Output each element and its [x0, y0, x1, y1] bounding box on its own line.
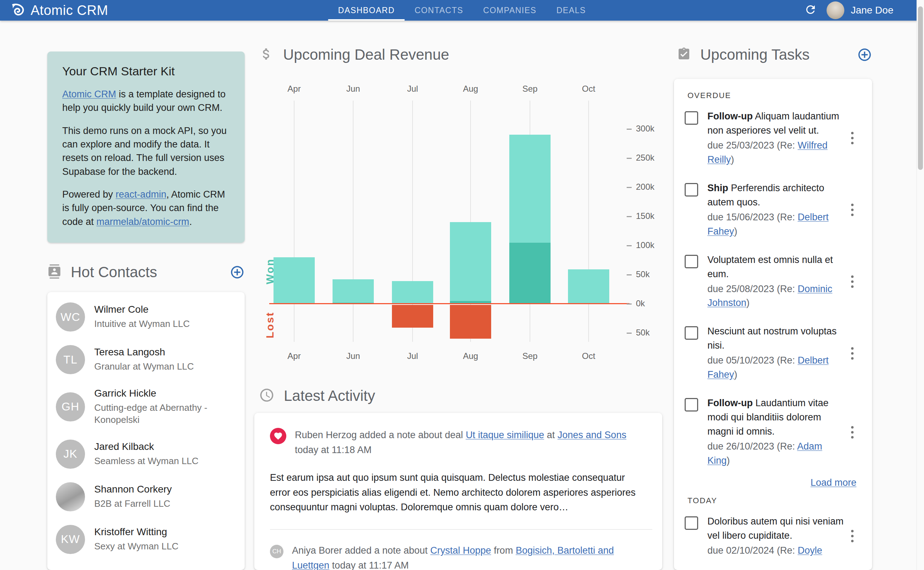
task-menu-button[interactable] — [847, 426, 858, 438]
x-axis-label-bottom: Aug — [449, 351, 492, 361]
load-more-link[interactable]: Load more — [810, 477, 856, 488]
task-desc: Doloribus autem qui nisi veniam vel libe… — [707, 516, 844, 541]
clock-icon — [259, 387, 275, 405]
tasks-header: Upcoming Tasks — [677, 46, 872, 63]
task-due-text: ) — [727, 455, 730, 466]
tab-contacts[interactable]: CONTACTS — [405, 0, 474, 21]
activity-header: Latest Activity — [259, 387, 375, 405]
task-item: Follow-up Aliquam laudantium non asperio… — [674, 102, 872, 174]
tab-dashboard[interactable]: DASHBOARD — [328, 0, 405, 21]
add-task-button[interactable] — [857, 47, 872, 62]
task-due-text: due 26/10/2023 (Re: — [707, 441, 797, 452]
contact-subtitle: Cutting-edge at Abernathy - Konopelski — [94, 402, 236, 426]
contact-link[interactable]: Crystal Hoppe — [430, 545, 491, 556]
contact-avatar-photo — [56, 482, 85, 511]
task-checkbox[interactable] — [685, 183, 698, 196]
contact-avatar: JK — [56, 440, 85, 469]
task-text: Follow-up Aliquam laudantium non asperio… — [707, 109, 847, 167]
y-axis-tick-label: 200k — [636, 182, 654, 192]
y-axis-tick-label: 50k — [636, 328, 650, 338]
marmelab-atomic-crm-link[interactable]: marmelab/atomic-crm — [96, 216, 189, 227]
task-menu-button[interactable] — [847, 276, 858, 288]
task-due-text: ) — [734, 369, 737, 380]
app-logo[interactable]: Atomic CRM — [11, 0, 108, 21]
task-checkbox[interactable] — [685, 516, 698, 530]
chart-gridline — [470, 101, 471, 342]
bar-won-expected-Sep — [509, 135, 550, 304]
starter-kit-title: Your CRM Starter Kit — [62, 64, 230, 78]
hot-contacts-header: Hot Contacts — [47, 264, 245, 281]
contact-avatar: KW — [56, 525, 85, 554]
scrollbar-thumb[interactable] — [918, 6, 923, 170]
tab-deals[interactable]: DEALS — [546, 0, 596, 21]
deal-link[interactable]: Ut itaque similique — [466, 430, 544, 440]
task-item: Follow-up Laudantium vitae modi qui blan… — [674, 389, 872, 475]
contact-subtitle: Seamless at Wyman LLC — [94, 455, 198, 467]
clipboard-check-icon — [677, 47, 691, 63]
tasks-card: OVERDUE Follow-up Aliquam laudantium non… — [674, 79, 872, 570]
x-axis-label-bottom: Apr — [273, 351, 315, 361]
crm-dashboard: Atomic CRM DASHBOARD CONTACTS COMPANIES … — [0, 0, 924, 570]
task-type: Follow-up — [707, 398, 753, 408]
task-type: Ship — [707, 183, 729, 193]
chart-gridline — [294, 101, 295, 342]
contact-name: Wilmer Cole — [94, 304, 190, 315]
atomic-crm-link[interactable]: Atomic CRM — [62, 89, 116, 100]
user-avatar — [827, 2, 844, 19]
task-desc: Nesciunt aut nostrum voluptas nisi. — [707, 326, 836, 351]
contact-list-item[interactable]: TL Teresa LangoshGranular at Wyman LLC — [47, 338, 245, 381]
task-item: Voluptatem est omnis nulla et eum.due 25… — [674, 246, 872, 318]
app-title: Atomic CRM — [31, 3, 108, 18]
starter-kit-paragraph-1: Atomic CRM is a template designed to hel… — [62, 87, 230, 115]
activity-note-body: Est earum ipsa aut quo ipsum sunt quia q… — [270, 470, 647, 515]
task-checkbox[interactable] — [685, 326, 698, 340]
chart-gridline — [530, 101, 530, 342]
task-due-text: ) — [731, 154, 734, 165]
contact-list-item[interactable]: JK Jared KilbackSeamless at Wyman LLC — [47, 433, 245, 475]
company-link[interactable]: Jones and Sons — [558, 430, 627, 440]
starter-kit-paragraph-2: This demo runs on a mock API, so you can… — [62, 124, 230, 178]
task-menu-button[interactable] — [847, 132, 858, 144]
contact-name: Teresa Langosh — [94, 346, 194, 358]
bar-won-confirmed-Sep — [509, 243, 550, 304]
hot-contacts-card: WC Wilmer ColeIntuitive at Wyman LLC TL … — [47, 292, 245, 570]
task-contact-link[interactable]: Doyle — [798, 545, 822, 556]
contact-list-item[interactable]: GH Garrick HickleCutting-edge at Abernat… — [47, 381, 245, 433]
scrollbar-track[interactable] — [916, 0, 924, 570]
bar-won-expected-Oct — [568, 270, 609, 304]
task-due: due 26/10/2023 (Re: Adam King) — [707, 440, 847, 468]
react-admin-link[interactable]: react-admin — [115, 189, 166, 200]
tab-companies[interactable]: COMPANIES — [474, 0, 547, 21]
task-menu-button[interactable] — [847, 347, 858, 360]
y-axis-tick — [627, 187, 632, 188]
contact-avatar: GH — [56, 392, 85, 421]
task-due-text: due 02/10/2024 (Re: — [707, 545, 798, 556]
task-checkbox[interactable] — [685, 255, 698, 268]
y-axis-tick-label: 250k — [636, 153, 654, 163]
starter-kit-text: Powered by — [62, 189, 115, 200]
y-axis-tick — [627, 216, 632, 217]
refresh-button[interactable] — [804, 3, 817, 17]
task-checkbox[interactable] — [685, 111, 698, 125]
task-text: Follow-up Laudantium vitae modi qui blan… — [707, 396, 847, 468]
x-axis-label-bottom: Sep — [509, 351, 551, 361]
add-contact-button[interactable] — [230, 265, 245, 280]
task-checkbox[interactable] — [685, 398, 698, 412]
activity-text: Aniya Borer added a note about Crystal H… — [292, 543, 647, 570]
contact-list-item[interactable]: KW Kristoffer WittingSexy at Wyman LLC — [47, 518, 245, 561]
hot-contacts-title: Hot Contacts — [71, 264, 157, 281]
task-item: Ship Perferendis architecto autem quos.d… — [674, 174, 872, 246]
task-menu-button[interactable] — [847, 204, 858, 216]
user-menu[interactable]: Jane Doe — [827, 2, 893, 19]
task-menu-button[interactable] — [847, 530, 858, 542]
contact-list-item[interactable]: WC Wilmer ColeIntuitive at Wyman LLC — [47, 296, 245, 338]
contacts-book-icon — [47, 264, 61, 280]
task-item: Nesciunt aut nostrum voluptas nisi.due 0… — [674, 317, 872, 389]
task-text: Nesciunt aut nostrum voluptas nisi.due 0… — [707, 325, 847, 382]
header-actions: Jane Doe — [804, 0, 893, 21]
contact-subtitle: B2B at Farrell LLC — [94, 498, 172, 510]
x-axis-label-top: Sep — [509, 84, 551, 94]
refresh-icon — [804, 3, 817, 17]
y-axis-tick — [627, 158, 632, 159]
contact-list-item[interactable]: Shannon CorkeryB2B at Farrell LLC — [47, 475, 245, 518]
